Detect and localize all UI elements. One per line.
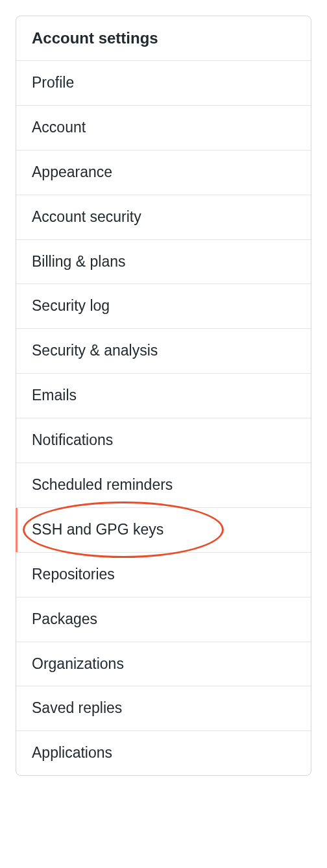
menu-item-billing-plans[interactable]: Billing & plans bbox=[16, 240, 311, 285]
menu-item-notifications[interactable]: Notifications bbox=[16, 418, 311, 463]
menu-item-appearance[interactable]: Appearance bbox=[16, 151, 311, 195]
menu-item-ssh-gpg-keys[interactable]: SSH and GPG keys bbox=[16, 508, 311, 553]
menu-item-organizations[interactable]: Organizations bbox=[16, 642, 311, 687]
account-settings-menu: Account settings Profile Account Appeara… bbox=[16, 16, 311, 776]
menu-header: Account settings bbox=[16, 16, 311, 61]
menu-item-packages[interactable]: Packages bbox=[16, 597, 311, 642]
menu-item-saved-replies[interactable]: Saved replies bbox=[16, 686, 311, 731]
menu-item-account[interactable]: Account bbox=[16, 106, 311, 151]
menu-item-scheduled-reminders[interactable]: Scheduled reminders bbox=[16, 463, 311, 508]
menu-item-security-analysis[interactable]: Security & analysis bbox=[16, 329, 311, 374]
menu-item-applications[interactable]: Applications bbox=[16, 731, 311, 775]
menu-item-profile[interactable]: Profile bbox=[16, 61, 311, 106]
menu-item-emails[interactable]: Emails bbox=[16, 374, 311, 418]
menu-item-security-log[interactable]: Security log bbox=[16, 284, 311, 329]
menu-item-account-security[interactable]: Account security bbox=[16, 195, 311, 240]
menu-item-repositories[interactable]: Repositories bbox=[16, 553, 311, 597]
